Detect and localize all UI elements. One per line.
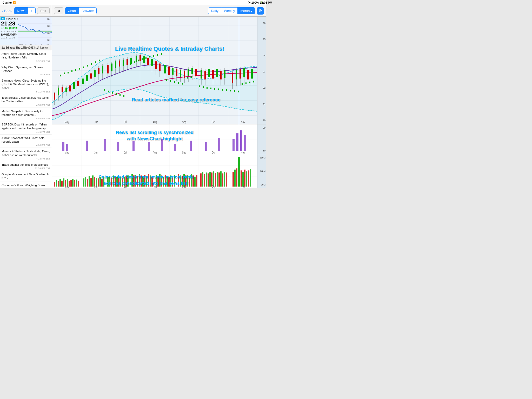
chart-back-button[interactable]: ◀ [54,7,63,14]
svg-rect-257 [116,177,118,187]
price-label-20: 20 [258,119,265,122]
svg-rect-260 [122,178,123,187]
svg-rect-104 [102,66,103,74]
svg-rect-160 [216,69,218,77]
svg-rect-258 [118,178,119,187]
svg-rect-67 [210,88,211,89]
btn-weekly[interactable]: Weekly [221,8,238,14]
svg-rect-322 [250,169,251,187]
list-item[interactable]: Movers & Shakers: Tesla skids; Cisco, Ko… [0,148,52,161]
list-item[interactable]: After Hours: Exxon, Kimberly-Clark rise;… [0,50,52,64]
svg-rect-144 [184,71,185,78]
svg-rect-172 [243,68,245,77]
svg-rect-239 [78,181,79,187]
settings-button[interactable]: ⚙ [257,7,264,15]
svg-rect-41 [104,89,105,91]
svg-rect-138 [172,68,174,75]
svg-rect-168 [236,70,237,79]
svg-rect-277 [157,176,159,187]
svg-text:21.1: 21.1 [47,39,50,41]
svg-rect-69 [218,89,219,90]
svg-rect-150 [195,69,197,76]
news-title: After Hours: Exxon, Kimberly-Clark rise;… [2,52,50,59]
edit-button[interactable]: Edit [37,7,50,14]
svg-rect-317 [241,170,242,187]
news-time: 5:48 EST [2,73,50,76]
btn-daily[interactable]: Daily [208,8,221,14]
svg-rect-306 [215,173,216,187]
svg-rect-106 [107,65,109,73]
svg-rect-267 [137,176,138,187]
svg-rect-293 [189,176,190,187]
svg-rect-279 [161,175,162,187]
list-item[interactable]: Why Cisco Systems, Inc. Shares Crashed 5… [0,64,52,77]
svg-rect-30 [60,75,61,77]
svg-rect-72 [230,90,231,92]
svg-text:Nov: Nov [241,120,245,124]
list-item[interactable]: Trade against the idiot 'professionals' … [0,161,52,171]
svg-rect-57 [170,80,171,82]
svg-rect-124 [143,56,145,63]
main-chart-area: Price: CSCO — BB (20, 2.0) — SMA (50) • … [52,17,266,124]
svg-text:Oct: Oct [212,120,215,124]
svg-rect-96 [86,75,88,81]
list-item[interactable]: Tech Stocks: Cisco outlook hits techs, b… [0,94,52,108]
btn-monthly[interactable]: Monthly [238,8,255,14]
svg-text:Jun: Jun [94,151,98,154]
svg-rect-53 [153,55,154,57]
ticker-logo: 📊 [1,17,5,20]
svg-rect-253 [109,176,110,187]
svg-rect-295 [192,175,194,187]
news-time: 4:55 PM EST [2,104,50,107]
svg-rect-274 [150,175,151,187]
list-item[interactable]: Google: Government Data Doubled In 3 Yrs [0,171,52,182]
volume-chart-area: Volume 85.5M Color coded News from sever… [52,154,266,188]
svg-rect-102 [98,68,99,74]
back-button[interactable]: ‹ Back [2,9,12,13]
list-item[interactable]: Market Snapshot: Stocks rally to records… [0,108,52,121]
svg-rect-207 [240,130,242,151]
vol-y-label-210m: 210M [258,156,265,159]
svg-rect-320 [246,171,247,187]
tab-chart[interactable]: Chart [65,8,79,14]
list-item[interactable]: Earnings News: Cisco Systems Inc (CSCO),… [0,77,52,94]
svg-rect-201 [174,144,176,151]
svg-rect-70 [222,89,223,91]
svg-text:Oct: Oct [212,185,215,188]
list-item[interactable]: Audio: Newscast: Wall Street sets record… [0,135,52,148]
tab-news[interactable]: News [14,8,28,14]
svg-rect-297 [196,175,197,187]
svg-rect-236 [72,179,74,187]
svg-rect-303 [209,172,211,187]
svg-rect-48 [134,61,135,63]
price-label-26: 26 [258,22,265,24]
tab-browser[interactable]: Browser [79,8,97,14]
news-list[interactable]: After Hours: Exxon, Kimberly-Clark rise;… [0,50,52,188]
wifi-icon: 📶 [13,1,17,4]
svg-text:11: 11 [25,43,26,45]
list-item[interactable]: Cisco on Outlook, Weighing Down Tech 9:4… [0,182,52,188]
news-y-axis: 20 10 [257,124,266,154]
svg-rect-229 [59,179,61,187]
svg-rect-49 [138,60,139,62]
svg-rect-204 [218,138,220,151]
tab-links[interactable]: Links [28,8,36,14]
mini-chart-price: 21.23 [1,20,15,27]
svg-rect-39 [95,61,96,63]
svg-rect-162 [220,71,222,79]
back-label: Back [4,9,12,13]
battery-label: 100% [251,1,259,4]
news-title: Why Cisco Systems, Inc. Shares Crashed [2,65,50,73]
svg-rect-86 [65,88,67,92]
svg-rect-134 [164,65,166,73]
list-item[interactable]: S&P 500, Dow hit records on Yellen again… [0,121,52,135]
svg-rect-174 [247,70,249,79]
svg-rect-122 [139,55,141,61]
svg-rect-249 [99,177,101,187]
svg-rect-288 [180,175,181,187]
svg-rect-272 [146,176,147,187]
back-chevron-icon: ‹ [2,9,3,13]
price-label-21: 21 [258,103,265,105]
svg-rect-98 [90,74,92,79]
svg-rect-75 [242,83,243,85]
